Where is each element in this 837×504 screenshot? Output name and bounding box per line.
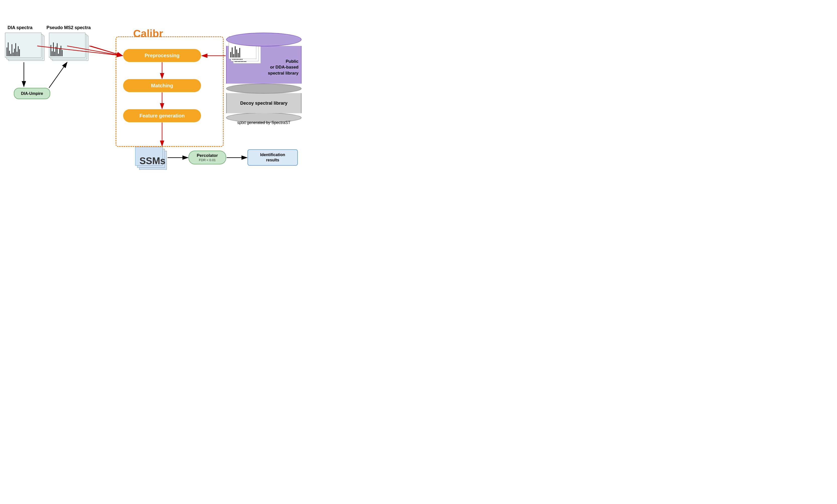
cylinder-decoy-body: Decoy spectral library <box>226 93 302 113</box>
ssms-label: SSMs <box>140 156 165 166</box>
percolator-label: Percolator <box>197 153 218 158</box>
id-results-box: Identification results <box>248 149 298 166</box>
dia-umpire-label: DIA-Umpire <box>21 91 43 96</box>
sptxt-label: sptxt generated by SpectraST <box>226 120 302 125</box>
matching-button: Matching <box>123 79 201 92</box>
diagram-container: DIA spectra Pseudo MS2 spectra <box>0 0 335 202</box>
feature-generation-button: Feature generation <box>123 109 201 122</box>
dia-spectra-label: DIA spectra <box>7 25 32 30</box>
cylinder-top <box>226 33 302 46</box>
arrow-umpire-to-pseudo <box>49 62 67 88</box>
decoy-library-label: Decoy spectral library <box>240 101 287 106</box>
preprocessing-button: Preprocessing <box>123 49 201 62</box>
percolator-fdr: FDR < 0.01 <box>199 158 216 162</box>
public-library-label: Public or DDA-based spectral library <box>268 58 299 76</box>
dia-umpire-box: DIA-Umpire <box>14 88 50 99</box>
id-results-label: Identification results <box>260 152 285 163</box>
percolator-box: Percolator FDR < 0.01 <box>189 151 226 164</box>
calibr-title: Calibr <box>133 27 163 40</box>
pseudo-ms2-label: Pseudo MS2 spectra <box>47 25 91 30</box>
cylinder-divider <box>226 83 302 94</box>
